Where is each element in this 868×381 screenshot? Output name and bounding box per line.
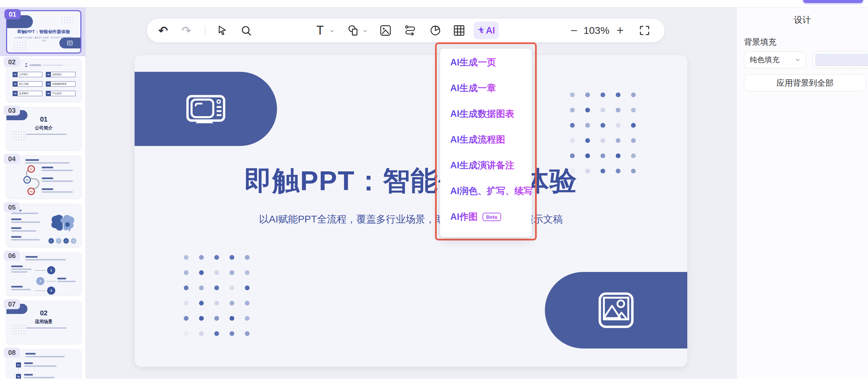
- slide-number-badge: 04: [4, 154, 20, 164]
- app-body: 01 即触PPT：智能创作新体验 以AI赋能PPT全流程，覆盖多行业场景，助力高…: [0, 7, 868, 379]
- slide-number-badge: 02: [4, 57, 20, 67]
- thumb-slide-title: 即触PPT：智能创作新体验: [7, 29, 80, 35]
- slide-number-badge: 06: [4, 251, 20, 261]
- step-circle: 1: [47, 266, 55, 274]
- contents-grid: 01公司简介02适用场景03核心功能04智能编辑体系05生成教程06产品优势: [13, 72, 76, 96]
- slide-number-badge: 05: [4, 202, 20, 212]
- step-circle: 3: [47, 287, 55, 295]
- ai-menu-item[interactable]: AI生成演讲备注: [440, 152, 532, 178]
- apply-background-to-all-button[interactable]: 应用背景到全部: [744, 75, 866, 91]
- table-tool-button[interactable]: [453, 24, 465, 37]
- design-panel: 设计 背景填充 纯色填充 应用背景到全部: [736, 7, 868, 379]
- ai-sparkle-icon: [477, 26, 485, 35]
- ai-menu-item[interactable]: AI生成一页: [440, 49, 532, 75]
- chevron-down-icon: [795, 57, 801, 63]
- fill-type-select[interactable]: 纯色填充: [744, 51, 806, 68]
- text-placeholder-bar: [26, 134, 67, 135]
- slide-thumbnail-5[interactable]: 05 ✓ ✓ ✓ ✓: [0, 202, 86, 250]
- contents-item: 06产品优势: [46, 91, 76, 96]
- step-chip: 01: [16, 362, 21, 367]
- slide-thumbnail-8[interactable]: 08 01 02 03: [0, 347, 86, 379]
- fill-type-value: 纯色填充: [750, 55, 780, 65]
- zoom-out-button[interactable]: −: [570, 23, 577, 38]
- cursor-tool-button[interactable]: [216, 25, 228, 36]
- slide-number-badge: 03: [4, 105, 20, 115]
- image-placeholder-icon: [598, 291, 634, 330]
- contents-item: 03核心功能: [13, 81, 42, 87]
- step-circle: 03: [27, 188, 35, 195]
- step-chip: 02: [16, 374, 21, 379]
- thumb-dot-grid: [13, 41, 27, 51]
- contents-item: 02适用场景: [46, 72, 76, 77]
- step-circle: 2: [36, 277, 44, 285]
- fullscreen-button[interactable]: [639, 25, 650, 36]
- tv-doodle-icon: [185, 93, 226, 125]
- slide-thumbnail-3[interactable]: 03 01 公司简介: [0, 105, 86, 153]
- section-number: 02: [6, 309, 81, 317]
- insert-image-button[interactable]: [379, 24, 392, 37]
- shape-tool-chevron-icon[interactable]: [362, 28, 368, 34]
- slide-thumbnail-1[interactable]: 01 即触PPT：智能创作新体验 以AI赋能PPT全流程，覆盖多行业场景，助力高…: [0, 7, 86, 56]
- slide-thumbnail-4[interactable]: 04 01 02 03: [0, 153, 86, 202]
- top-primary-button-partial[interactable]: [803, 0, 863, 3]
- step-circle: 02: [23, 176, 31, 184]
- slide-thumbnail-6[interactable]: 06 1 2 3: [0, 250, 86, 298]
- text-placeholder-bar: [25, 159, 39, 161]
- dot-grid-decoration: [184, 255, 260, 346]
- slide-decorative-pill-top-left[interactable]: [135, 72, 277, 146]
- slide-page[interactable]: 即触PPT：智能创作新体验 以AI赋能PPT全流程，覆盖多行业场景，助力高效产出…: [135, 55, 687, 367]
- slide-thumbnail-sidebar: 01 即触PPT：智能创作新体验 以AI赋能PPT全流程，覆盖多行业场景，助力高…: [0, 7, 86, 379]
- slide-title-text[interactable]: 即触PPT：智能创作新体验: [135, 163, 687, 199]
- thumb-dot-grid: [12, 130, 27, 142]
- thumb-dot-grid: [12, 324, 27, 336]
- brain-puzzle-graphic: [49, 213, 76, 233]
- step-circle: 01: [27, 165, 35, 173]
- slide-number-badge: 01: [4, 9, 21, 19]
- contents-item: 01公司简介: [13, 72, 42, 77]
- shape-tool-button[interactable]: [347, 24, 360, 37]
- ai-menu-item[interactable]: AI生成一章: [440, 75, 532, 101]
- contents-item: 05生成教程: [13, 91, 42, 96]
- ai-menu-item[interactable]: AI润色、扩写、续写: [440, 178, 532, 204]
- contents-item: 04智能编辑体系: [46, 81, 76, 87]
- text-placeholder-bar: [25, 162, 70, 164]
- slide-number-badge: 07: [4, 299, 20, 309]
- zoom-level-value[interactable]: 103%: [584, 25, 610, 36]
- decorative-line: [43, 65, 63, 65]
- ai-menu-item[interactable]: AI生成流程图: [440, 127, 532, 152]
- background-color-field[interactable]: [812, 51, 868, 68]
- text-tool-chevron-icon[interactable]: [329, 28, 335, 34]
- chart-tool-button[interactable]: [429, 24, 441, 37]
- thumb-doc-icon: [67, 41, 73, 45]
- editor-toolbar: ↶ ↷ T: [147, 19, 665, 42]
- redo-button[interactable]: ↷: [182, 24, 192, 37]
- section-number: 01: [6, 115, 81, 123]
- ai-dropdown-menu: AI生成一页AI生成一章AI生成数据图表AI生成流程图AI生成演讲备注AI润色、…: [440, 49, 532, 237]
- toolbar-divider: [205, 26, 205, 35]
- slide-thumbnail-7[interactable]: 07 02 适用场景: [0, 298, 86, 347]
- slide-number-badge: 08: [4, 347, 20, 358]
- text-placeholder-bar: [26, 327, 67, 329]
- background-fill-label: 背景填充: [744, 37, 776, 47]
- ai-menu-item[interactable]: AI作图Beta: [440, 204, 532, 230]
- panel-title: 设计: [737, 14, 868, 25]
- editor-canvas[interactable]: 即触PPT：智能创作新体验 以AI赋能PPT全流程，覆盖多行业场景，助力高效产出…: [86, 7, 736, 379]
- contents-label: contents: [29, 63, 41, 67]
- color-swatch[interactable]: [815, 54, 868, 66]
- text-tool-button[interactable]: T: [316, 23, 324, 38]
- thumb-dot-grid: [61, 16, 73, 25]
- flowchart-connector-button[interactable]: [404, 24, 416, 37]
- ai-tools-button[interactable]: AI: [474, 22, 499, 39]
- slide-thumbnail-2[interactable]: 02 contents 01公司简介02适用场景03核心功能04智能编辑体系05…: [0, 56, 86, 105]
- thumb-decorative-pill: [59, 38, 80, 48]
- annotation-highlight-rect: AI生成一页AI生成一章AI生成数据图表AI生成流程图AI生成演讲备注AI润色、…: [435, 42, 537, 240]
- beta-badge: Beta: [482, 213, 501, 221]
- person-icon: [25, 63, 28, 67]
- top-window-strip: [0, 0, 868, 7]
- ai-menu-item[interactable]: AI生成数据图表: [440, 101, 532, 127]
- undo-button[interactable]: ↶: [158, 24, 168, 37]
- search-button[interactable]: [240, 25, 252, 36]
- zoom-in-button[interactable]: +: [616, 23, 624, 38]
- check-row: ✓ ✓ ✓ ✓: [48, 238, 76, 244]
- slide-decorative-pill-bottom-right[interactable]: [545, 272, 687, 348]
